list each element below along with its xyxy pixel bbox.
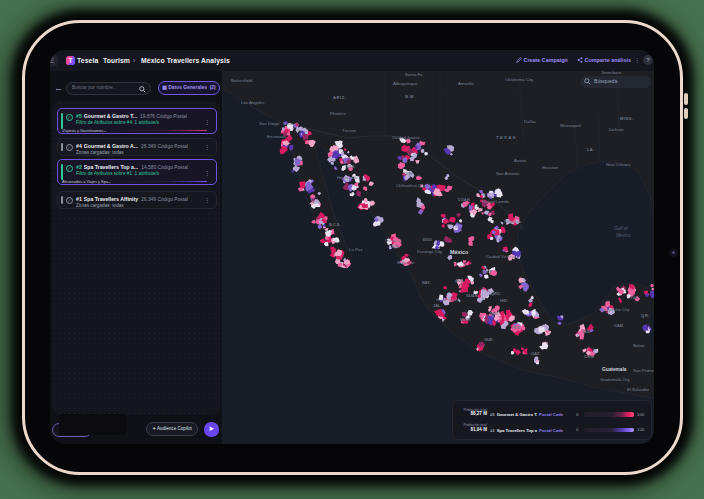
svg-text:Ciudad Victoria: Ciudad Victoria xyxy=(486,254,516,259)
svg-text:Hermosillo: Hermosillo xyxy=(337,175,358,180)
svg-text:LA.: LA. xyxy=(587,147,594,152)
svg-text:San Pedro: San Pedro xyxy=(633,368,654,373)
svg-text:CHIH.: CHIH. xyxy=(403,171,414,176)
svg-text:Guatemala: Guatemala xyxy=(602,367,627,372)
svg-text:N.M.: N.M. xyxy=(405,94,415,99)
svg-text:JAL.: JAL. xyxy=(433,303,441,308)
svg-text:Campeche City: Campeche City xyxy=(600,307,630,312)
svg-text:Albuquerque: Albuquerque xyxy=(393,81,418,86)
svg-text:Q.R.: Q.R. xyxy=(641,313,649,318)
svg-text:MISS.: MISS. xyxy=(620,116,633,121)
svg-text:ARIZ.: ARIZ. xyxy=(333,95,346,100)
svg-text:S.L.P.: S.L.P. xyxy=(482,269,492,274)
svg-text:AGS.: AGS. xyxy=(455,278,465,283)
svg-text:QRO.: QRO. xyxy=(491,291,501,296)
svg-text:Nuevo Laredo: Nuevo Laredo xyxy=(482,199,510,204)
svg-text:Tucson: Tucson xyxy=(342,128,357,133)
svg-text:Jackson: Jackson xyxy=(608,127,624,132)
svg-text:Chihuahua City: Chihuahua City xyxy=(396,183,426,188)
svg-text:GUE.: GUE. xyxy=(484,337,494,342)
svg-text:MICH.: MICH. xyxy=(460,317,471,322)
svg-text:Mazatlán: Mazatlán xyxy=(397,260,415,265)
svg-text:El Salvador: El Salvador xyxy=(627,387,650,392)
svg-text:Phoenix: Phoenix xyxy=(330,111,346,116)
svg-text:Reynosa: Reynosa xyxy=(504,219,522,224)
svg-text:Oklahoma City: Oklahoma City xyxy=(505,77,534,82)
svg-text:México: México xyxy=(450,249,469,255)
svg-text:Durango City: Durango City xyxy=(417,249,443,254)
svg-text:Culiacán: Culiacán xyxy=(385,238,402,243)
svg-text:Mexico: Mexico xyxy=(616,233,631,238)
svg-text:TEXAS: TEXAS xyxy=(496,135,517,140)
svg-text:NAY.: NAY. xyxy=(422,280,431,285)
svg-text:Mexicali: Mexicali xyxy=(283,121,299,126)
svg-text:San Diego: San Diego xyxy=(259,121,280,126)
svg-text:Guadalajara: Guadalajara xyxy=(436,297,460,302)
svg-text:Shreveport: Shreveport xyxy=(560,123,582,128)
svg-text:Los Angeles: Los Angeles xyxy=(241,100,264,105)
svg-text:HID.: HID. xyxy=(500,298,508,303)
svg-text:Dallas: Dallas xyxy=(524,119,536,124)
svg-text:YUC.: YUC. xyxy=(630,295,639,300)
svg-text:Bakersfield: Bakersfield xyxy=(231,78,253,83)
svg-text:Gulf of: Gulf of xyxy=(614,226,628,231)
svg-text:Amarillo: Amarillo xyxy=(458,81,474,86)
svg-text:OAX.: OAX. xyxy=(531,351,541,356)
svg-text:New Orleans: New Orleans xyxy=(606,162,631,167)
svg-text:GUAN.: GUAN. xyxy=(466,293,479,298)
svg-text:SON.: SON. xyxy=(346,164,356,169)
svg-text:U.S.A.: U.S.A. xyxy=(508,71,523,72)
svg-text:Guatemala City: Guatemala City xyxy=(600,377,630,382)
svg-text:CAM.: CAM. xyxy=(614,323,624,328)
svg-text:SIN.: SIN. xyxy=(392,244,400,249)
svg-text:TAB.: TAB. xyxy=(582,329,591,334)
svg-text:Santa Fe: Santa Fe xyxy=(405,72,423,77)
svg-text:PUE.: PUE. xyxy=(512,325,521,330)
svg-text:Jonesboro: Jonesboro xyxy=(601,71,622,75)
svg-text:Belize: Belize xyxy=(633,343,645,348)
svg-text:CHIS.: CHIS. xyxy=(584,354,594,359)
svg-text:COAH.: COAH. xyxy=(458,197,471,202)
svg-text:Austin: Austin xyxy=(514,158,527,163)
svg-text:B.C.S.: B.C.S. xyxy=(329,222,340,227)
svg-text:Houston: Houston xyxy=(542,165,559,170)
svg-text:La Paz: La Paz xyxy=(349,247,362,252)
svg-text:Ciudad Juárez: Ciudad Juárez xyxy=(392,135,420,140)
svg-text:San Antonio: San Antonio xyxy=(496,171,520,176)
svg-text:MEX.: MEX. xyxy=(490,311,500,316)
svg-text:Ensenada: Ensenada xyxy=(267,134,287,139)
svg-text:DGO.: DGO. xyxy=(423,237,433,242)
